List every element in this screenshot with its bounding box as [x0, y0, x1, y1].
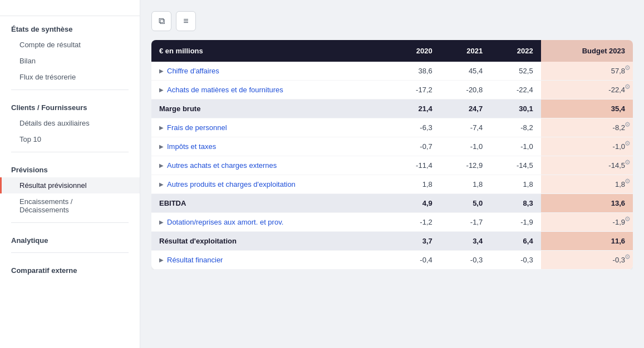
cell-resultat-exploitation-2021: 3,4	[440, 232, 490, 251]
cell-frais-personnel-2020: -6,3	[390, 118, 440, 137]
cell-ebitda-2021: 5,0	[440, 194, 490, 213]
cell-label-achats-matieres[interactable]: ▶Achats de matières et de fournitures	[151, 81, 390, 100]
gear-icon-frais-personnel[interactable]: ⚙	[625, 121, 631, 128]
sidebar-item-encaissements-decaissements[interactable]: Encaissements / Décaissements	[0, 193, 140, 218]
cell-achats-matieres-budget2023: ⚙-22,4	[541, 81, 633, 100]
cell-label-ebitda: EBITDA	[151, 194, 390, 213]
cell-autres-produits-budget2023: ⚙1,8	[541, 175, 633, 194]
chevron-icon-achats-matieres[interactable]: ▶	[159, 87, 164, 93]
gear-icon-autres-achats[interactable]: ⚙	[625, 158, 631, 166]
chevron-icon-dotation[interactable]: ▶	[159, 219, 164, 225]
cell-label-autres-achats[interactable]: ▶Autres achats et charges externes	[151, 156, 390, 175]
cell-autres-achats-2022: -14,5	[490, 156, 540, 175]
cell-label-chiffre-affaires[interactable]: ▶Chiffre d'affaires	[151, 62, 390, 81]
table-row-resultat-exploitation: Résultat d'exploitation3,73,46,411,6	[151, 232, 633, 251]
cell-dotation-2021: -1,7	[440, 213, 490, 232]
cell-resultat-financier-2020: -0,4	[390, 251, 440, 270]
chevron-icon-autres-produits[interactable]: ▶	[159, 181, 164, 187]
cell-dotation-2022: -1,9	[490, 213, 540, 232]
sidebar-item-resultat-previsionnel[interactable]: Résultat prévisionnel	[0, 177, 140, 193]
cell-autres-produits-2020: 1,8	[390, 175, 440, 194]
cell-autres-achats-2021: -12,9	[440, 156, 490, 175]
col-header-2020: 2020	[390, 40, 440, 62]
list-button[interactable]: ≡	[176, 11, 196, 31]
gear-icon-impots-taxes[interactable]: ⚙	[625, 140, 631, 147]
sidebar-section-label-0: États de synthèse	[0, 16, 140, 37]
sidebar-item-top10[interactable]: Top 10	[0, 131, 140, 147]
copy-button[interactable]: ⧉	[151, 11, 171, 31]
cell-autres-achats-budget2023: ⚙-14,5	[541, 156, 633, 175]
chevron-icon-resultat-financier[interactable]: ▶	[159, 257, 164, 263]
main-content: ⧉ ≡ € en millions202020212022Budget 2023…	[140, 0, 644, 348]
cell-impots-taxes-2020: -0,7	[390, 137, 440, 156]
cell-autres-achats-2020: -11,4	[390, 156, 440, 175]
cell-impots-taxes-2022: -1,0	[490, 137, 540, 156]
gear-icon-achats-matieres[interactable]: ⚙	[625, 83, 631, 91]
gear-icon-autres-produits[interactable]: ⚙	[625, 177, 631, 185]
table-row-autres-produits: ▶Autres produits et charges d'exploitati…	[151, 175, 633, 194]
table-row-ebitda: EBITDA4,95,08,313,6	[151, 194, 633, 213]
sidebar-item-flux-tresorerie[interactable]: Flux de trésorerie	[0, 69, 140, 85]
cell-dotation-budget2023: ⚙-1,9	[541, 213, 633, 232]
list-icon: ≡	[183, 16, 188, 26]
cell-ebitda-2020: 4,9	[390, 194, 440, 213]
cell-label-resultat-exploitation: Résultat d'exploitation	[151, 232, 390, 251]
col-header-2021: 2021	[440, 40, 490, 62]
cell-label-marge-brute: Marge brute	[151, 100, 390, 118]
table-row-marge-brute: Marge brute21,424,730,135,4←	[151, 100, 633, 118]
gear-icon-chiffre-affaires[interactable]: ⚙	[625, 64, 631, 72]
cell-chiffre-affaires-2021: 45,4	[440, 62, 490, 81]
table-row-impots-taxes: ▶Impôts et taxes-0,7-1,0-1,0⚙-1,0	[151, 137, 633, 156]
col-header-budget2023: Budget 2023	[541, 40, 633, 62]
cell-marge-brute-budget2023: 35,4←	[541, 100, 633, 118]
table-row-frais-personnel: ▶Frais de personnel-6,3-7,4-8,2⚙-8,2	[151, 118, 633, 137]
cell-label-dotation[interactable]: ▶Dotation/reprises aux amort. et prov.	[151, 213, 390, 232]
cell-resultat-exploitation-2022: 6,4	[490, 232, 540, 251]
cell-achats-matieres-2020: -17,2	[390, 81, 440, 100]
cell-marge-brute-2022: 30,1	[490, 100, 540, 118]
sidebar-item-compte-resultat[interactable]: Compte de résultat	[0, 37, 140, 53]
cell-label-frais-personnel[interactable]: ▶Frais de personnel	[151, 118, 390, 137]
sidebar-item-details-auxiliaires[interactable]: Détails des auxiliaires	[0, 115, 140, 131]
table-row-autres-achats: ▶Autres achats et charges externes-11,4-…	[151, 156, 633, 175]
table-row-resultat-financier: ▶Résultat financier-0,4-0,3-0,3⚙-0,3	[151, 251, 633, 270]
cell-achats-matieres-2021: -20,8	[440, 81, 490, 100]
table-row-chiffre-affaires: ▶Chiffre d'affaires38,645,452,5⚙57,8	[151, 62, 633, 81]
cell-label-impots-taxes[interactable]: ▶Impôts et taxes	[151, 137, 390, 156]
cell-chiffre-affaires-2022: 52,5	[490, 62, 540, 81]
sidebar-title	[0, 0, 140, 16]
sidebar: États de synthèseCompte de résultatBilan…	[0, 0, 140, 348]
table-row-achats-matieres: ▶Achats de matières et de fournitures-17…	[151, 81, 633, 100]
cell-label-resultat-financier[interactable]: ▶Résultat financier	[151, 251, 390, 270]
col-header-label: € en millions	[151, 40, 390, 62]
cell-resultat-financier-2021: -0,3	[440, 251, 490, 270]
cell-marge-brute-2020: 21,4	[390, 100, 440, 118]
cell-resultat-exploitation-2020: 3,7	[390, 232, 440, 251]
cell-frais-personnel-budget2023: ⚙-8,2	[541, 118, 633, 137]
cell-chiffre-affaires-2020: 38,6	[390, 62, 440, 81]
chevron-icon-chiffre-affaires[interactable]: ▶	[159, 68, 164, 74]
cell-resultat-financier-budget2023: ⚙-0,3	[541, 251, 633, 270]
cell-ebitda-2022: 8,3	[490, 194, 540, 213]
sidebar-section-label-3: Analytique	[0, 227, 140, 248]
cell-ebitda-budget2023: 13,6	[541, 194, 633, 213]
cell-achats-matieres-2022: -22,4	[490, 81, 540, 100]
gear-icon-dotation[interactable]: ⚙	[625, 215, 631, 223]
report-table: € en millions202020212022Budget 2023 ▶Ch…	[151, 40, 633, 270]
chevron-icon-impots-taxes[interactable]: ▶	[159, 143, 164, 150]
sidebar-item-bilan[interactable]: Bilan	[0, 53, 140, 69]
chevron-icon-autres-achats[interactable]: ▶	[159, 162, 164, 168]
copy-icon: ⧉	[159, 16, 165, 26]
cell-frais-personnel-2022: -8,2	[490, 118, 540, 137]
cell-resultat-exploitation-budget2023: 11,6	[541, 232, 633, 251]
cell-frais-personnel-2021: -7,4	[440, 118, 490, 137]
sidebar-section-label-1: Clients / Fournisseurs	[0, 95, 140, 115]
table-row-dotation: ▶Dotation/reprises aux amort. et prov.-1…	[151, 213, 633, 232]
cell-resultat-financier-2022: -0,3	[490, 251, 540, 270]
cell-autres-produits-2022: 1,8	[490, 175, 540, 194]
cell-marge-brute-2021: 24,7	[440, 100, 490, 118]
cell-chiffre-affaires-budget2023: ⚙57,8	[541, 62, 633, 81]
cell-label-autres-produits[interactable]: ▶Autres produits et charges d'exploitati…	[151, 175, 390, 194]
chevron-icon-frais-personnel[interactable]: ▶	[159, 125, 164, 131]
gear-icon-resultat-financier[interactable]: ⚙	[625, 253, 631, 261]
